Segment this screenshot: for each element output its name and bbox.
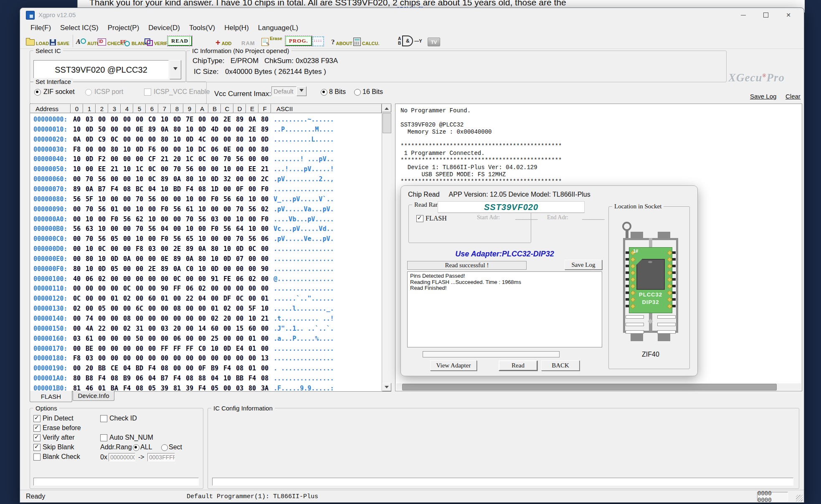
hex-row[interactable]: 00000050:1000EE21101C0C00705600001000EE2… (30, 165, 382, 175)
hex-row[interactable]: 00000010:100D5000000E890A80100D4D00002E8… (30, 126, 382, 135)
toolbar-about-button[interactable]: ABOUT (331, 35, 352, 46)
hex-row[interactable]: 00000080:565F100000705600001000F05660100… (30, 195, 382, 205)
hex-row[interactable]: 00000190:0020BBCE04BDF40800000FB9F408010… (30, 365, 382, 374)
blank-check-checkbox[interactable] (33, 453, 41, 461)
view-adapter-button[interactable]: View Adapter (430, 360, 477, 371)
hex-row[interactable]: 00000150:004A220002310003200014600015600… (30, 325, 382, 334)
toolbar-auto-button[interactable]: AAUTO (76, 35, 100, 46)
pin-detect-checkbox[interactable] (33, 415, 41, 422)
toolbar-check-button[interactable]: CHECK (98, 35, 124, 46)
menu-item[interactable]: Tools(V) (185, 24, 220, 32)
hex-row[interactable]: 00000140:0074000008000000000000022000102… (30, 315, 382, 324)
bits8-radio[interactable] (321, 89, 327, 96)
clear-link[interactable]: Clear (786, 93, 801, 100)
menu-item[interactable]: Project(P) (103, 24, 144, 32)
hex-row[interactable]: 00000170:00BE0000000000FFFFFFC0100DE4010… (30, 345, 382, 354)
read-button[interactable]: Read (499, 360, 537, 371)
hex-row[interactable]: 000000E0:0080100D0A00000E890A80100D07000… (30, 255, 382, 264)
hex-row[interactable]: 00000180:F803000000000000000000000000001… (30, 355, 382, 364)
flash-checkbox[interactable] (416, 215, 423, 222)
menu-item[interactable]: File(F) (26, 24, 56, 32)
hex-byte: FF (171, 285, 183, 292)
back-button[interactable]: BACK (541, 360, 580, 371)
scroll-up-button[interactable] (382, 104, 391, 112)
erase-before-checkbox[interactable] (33, 425, 41, 432)
hex-row[interactable]: 000000D0:00100C0000F803002E890A80100D0C0… (30, 245, 382, 254)
icsp-vcc-checkbox[interactable] (144, 89, 151, 96)
toolbar-prog-button[interactable]: PROG. (285, 35, 312, 46)
socket-pin (626, 285, 629, 287)
hex-byte: 10 (221, 375, 233, 382)
toolbar-read-button[interactable]: READ (167, 35, 192, 46)
hex-row[interactable]: 00000000:A00300000000C0100D7E00002E890A8… (30, 116, 382, 125)
bits16-radio[interactable] (354, 89, 361, 96)
check-id-checkbox[interactable] (100, 415, 107, 422)
tab-flash[interactable]: FLASH (30, 391, 72, 402)
toolbar-load-button[interactable]: LOAD (26, 35, 49, 46)
scroll-down-button[interactable] (382, 383, 391, 391)
toolbar-save-button[interactable]: SAVE (50, 35, 69, 46)
horizontal-scrollbar[interactable] (396, 383, 801, 390)
dialog-save-log-button[interactable]: Save Log (565, 260, 602, 270)
tab-device-info[interactable]: Device.Info (73, 391, 114, 401)
hex-row[interactable]: 00000070:890AB7F408BC0410BDF4081D000F00F… (30, 185, 382, 195)
toolbar-erase-label: Erase (270, 35, 282, 41)
toolbar-tv-button[interactable]: TV (428, 35, 440, 46)
addr-sect-radio[interactable] (161, 444, 168, 451)
range-to-input[interactable]: 0003FFFF (147, 453, 175, 461)
skip-blank-checkbox[interactable] (33, 444, 41, 451)
hex-row[interactable]: 000000F0:80100D0500002E890AC0100D0000009… (30, 265, 382, 274)
auto-sn-checkbox[interactable] (100, 434, 107, 441)
vcc-imax-combo[interactable]: Default (271, 86, 307, 96)
addr-all-radio[interactable] (133, 444, 139, 451)
menu-item[interactable]: Device(D) (144, 24, 185, 32)
title-bar[interactable]: Xgpro v12.05 (20, 8, 804, 22)
chevron-down-icon[interactable] (296, 86, 307, 96)
menu-item[interactable]: Language(L) (253, 24, 303, 32)
hex-row[interactable]: 00000130:02000500006C00000800000102005F1… (30, 305, 382, 314)
hex-row[interactable]: 00000020:0A0DC90C00000080100D4C000080100… (30, 136, 382, 145)
hex-row[interactable]: 00000110:000000000C000090FF0602000000000… (30, 285, 382, 294)
toolbar-calcu-button[interactable]: CALCU. (353, 35, 380, 46)
close-button[interactable] (780, 10, 797, 20)
hex-row[interactable]: 000001B0:814601BAF40805398139F4050003803… (30, 385, 382, 391)
hex-row[interactable]: 000000C0:00705605001000F0566510000070560… (30, 235, 382, 244)
toolbar-tester-button[interactable] (312, 35, 324, 46)
maximize-button[interactable] (757, 10, 775, 20)
verify-squares-icon (144, 38, 153, 46)
ic-dropdown-button[interactable] (170, 60, 181, 79)
hex-row[interactable]: 000000A0:001000F05662100000705603001000F… (30, 215, 382, 225)
hex-row[interactable]: 00000100:40060200000000000C000091FE06020… (30, 275, 382, 284)
hex-row[interactable]: 000000B0:5663100000705604001000F05664100… (30, 225, 382, 234)
zif-socket-radio[interactable] (34, 89, 41, 96)
hex-row[interactable]: 000001A0:80B8F408B90604B7F408880410BBF40… (30, 375, 382, 384)
toolbar-erase-button[interactable]: Erase (261, 35, 282, 46)
hex-row[interactable]: 00000060:0070560000100C890A80100D3200002… (30, 175, 382, 185)
minimize-button[interactable] (735, 10, 752, 20)
hex-row[interactable]: 00000030:F8000080100DF6000010DC060E00008… (30, 146, 382, 155)
hex-byte: 00 (83, 285, 96, 292)
selected-ic-value[interactable]: SST39VF020 @PLCC32 (33, 60, 169, 79)
hex-row[interactable]: 00000040:100DF2000000CF21201C0C007056000… (30, 155, 382, 165)
hex-row[interactable]: 00000120:0C0000010200600100220400DF0C000… (30, 295, 382, 304)
toolbar-ram-button[interactable]: RAM (241, 35, 255, 46)
chip-arrows-icon (312, 36, 324, 46)
menu-item[interactable]: Select IC(S) (56, 24, 103, 32)
toolbar-verify-button[interactable]: VERIFY (144, 35, 171, 46)
hex-row[interactable]: 00000090:00705601001000F0566110000070560… (30, 205, 382, 215)
hex-byte: 0C (196, 155, 208, 163)
menu-item[interactable]: Help(H) (220, 24, 253, 32)
toolbar-blank-button[interactable]: BLANK (120, 35, 148, 46)
hex-row[interactable]: 00000160:0361000000500000060000250000010… (30, 335, 382, 344)
vertical-scrollbar[interactable] (382, 104, 391, 391)
verify-after-checkbox[interactable] (33, 434, 41, 441)
toolbar-add-button[interactable]: ADD (215, 35, 232, 46)
scrollbar-thumb[interactable] (383, 113, 391, 133)
icsp-port-radio[interactable] (85, 89, 92, 96)
scrollbar-thumb[interactable] (402, 384, 777, 390)
resize-grip[interactable] (796, 495, 803, 501)
hex-dump[interactable]: 00000000:A00300000000C0100D7E00002E890A8… (30, 113, 382, 391)
range-from-input[interactable]: 00000000 (109, 453, 135, 461)
hex-prefix-label: 0x (100, 453, 107, 461)
save-log-link[interactable]: Save Log (750, 93, 776, 100)
